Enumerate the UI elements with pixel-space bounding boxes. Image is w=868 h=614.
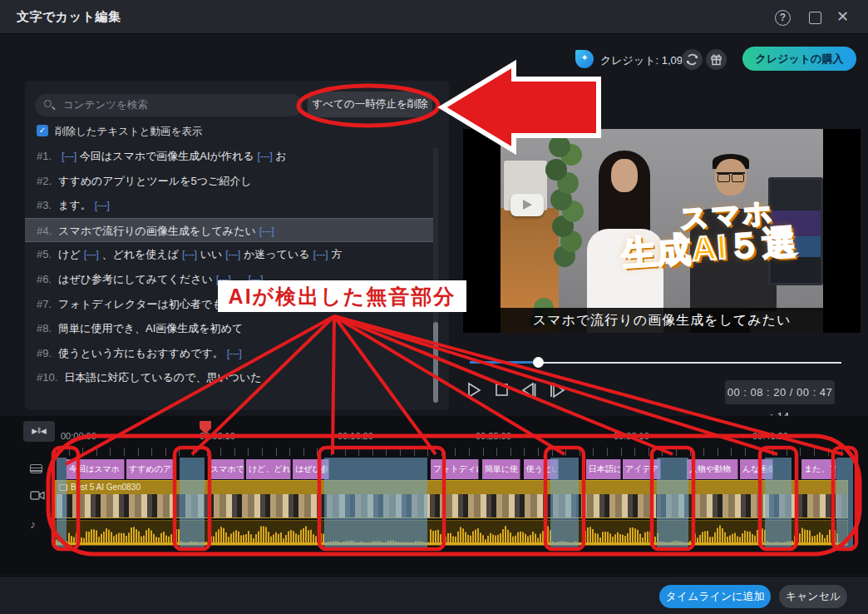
row-text: スマホで流行りの画像生成をしてみたい xyxy=(58,225,256,237)
scrollbar-thumb[interactable] xyxy=(433,322,438,403)
subtitle-clip[interactable]: スマホで流 xyxy=(208,459,244,479)
row-text: 、どれを使えば xyxy=(101,248,179,260)
video-clip[interactable]: Best 5 AI Gen0830 xyxy=(55,480,848,518)
subtitle-clip[interactable]: また、アニ xyxy=(801,459,836,479)
pause-marker[interactable]: [---] xyxy=(227,347,242,359)
stop-button[interactable] xyxy=(494,381,509,399)
cut-edit-dialog: 文字でカット編集 ? ✕ ✦ クレジット: 1,096 クレジットの購入 すべて… xyxy=(0,0,868,614)
show-deleted-checkbox[interactable]: ✓ xyxy=(37,125,48,136)
row-number: #2. xyxy=(37,175,52,187)
pause-marker[interactable]: [---] xyxy=(84,248,99,260)
help-icon[interactable]: ? xyxy=(775,10,791,26)
gift-icon xyxy=(706,49,727,70)
subtitle-clip[interactable]: すすめのア xyxy=(126,459,175,479)
video-scene: スマホ 生成AI５選 スマホで流行りの画像生成をしてみたい xyxy=(501,129,823,333)
row-text: すすめのアプリとツールを5つご紹介し xyxy=(58,175,252,187)
ruler-timestamp: 00:00:00 xyxy=(61,431,96,441)
search-icon xyxy=(44,100,52,107)
credit-balance: クレジット: 1,096 xyxy=(600,53,688,68)
row-number: #6. xyxy=(37,273,52,285)
pause-marker[interactable]: [---] xyxy=(62,150,76,162)
transcript-row[interactable]: #3.ます。[---] xyxy=(25,193,437,218)
transport-controls xyxy=(466,379,565,401)
seek-progress xyxy=(470,361,538,364)
transcript-row[interactable]: #9.使うという方にもおすすめです。[---] xyxy=(25,341,437,366)
transcript-panel: すべての一時停止を削除 ✓ 削除したテキストと動画を表示 #1.[---]今回は… xyxy=(25,81,449,410)
seek-bar[interactable] xyxy=(470,357,841,368)
ruler-timestamp: 00:33:10 xyxy=(614,431,649,441)
close-icon[interactable]: ✕ xyxy=(836,7,849,26)
subtitle-clip[interactable]: けど、どれ xyxy=(246,459,291,479)
transcript-scrollbar[interactable] xyxy=(433,147,438,401)
transcript-row[interactable]: #8.簡単に使用でき、AI画像生成を初めて xyxy=(25,316,437,341)
subtitle-clip[interactable]: 人物や動物 xyxy=(687,459,738,479)
credit-drop-icon: ✦ xyxy=(575,50,594,68)
seek-handle[interactable] xyxy=(533,357,544,368)
transcript-row[interactable]: #2.すすめのアプリとツールを5つご紹介し xyxy=(25,169,437,194)
subtitle-clip[interactable]: 簡単に使 xyxy=(482,459,520,479)
search-box[interactable] xyxy=(35,94,303,116)
audio-clip[interactable] xyxy=(55,520,848,546)
transcript-row[interactable]: #7.フォトディレクターは初心者でもスマホで xyxy=(25,292,437,317)
buy-credits-button[interactable]: クレジットの購入 xyxy=(742,47,856,71)
subtitle-clip[interactable]: フォトディレ xyxy=(431,459,479,479)
silent-region[interactable] xyxy=(657,458,688,547)
subtitle-clip[interactable]: 今回はスマホ xyxy=(67,459,125,479)
subtitle-clip[interactable]: アイデアを xyxy=(623,459,661,479)
row-number: #4. xyxy=(37,225,52,237)
video-preview: スマホ 生成AI５選 スマホで流行りの画像生成をしてみたい xyxy=(463,129,861,333)
row-number: #3. xyxy=(37,199,52,211)
prev-frame-button[interactable] xyxy=(520,381,537,399)
remove-all-pauses-button[interactable]: すべての一時停止を削除 xyxy=(308,92,432,117)
play-button[interactable] xyxy=(466,381,482,399)
gift-button[interactable] xyxy=(706,49,727,70)
pause-marker[interactable]: [---] xyxy=(259,225,274,237)
transcript-list: #1.[---]今回はスマホで画像生成AIが作れる[---]お#2.すすめのアプ… xyxy=(25,144,437,390)
pause-marker[interactable]: [---] xyxy=(95,199,110,211)
pause-marker[interactable]: [---] xyxy=(258,150,273,162)
transcript-row[interactable]: #4.スマホで流行りの画像生成をしてみたい[---] xyxy=(25,218,437,243)
transcript-row[interactable]: #1.[---]今回はスマホで画像生成AIが作れる[---]お xyxy=(25,144,437,169)
row-number: #7. xyxy=(37,298,52,310)
silent-region[interactable] xyxy=(765,458,792,547)
pause-marker[interactable]: [---] xyxy=(182,248,197,260)
audio-track-icon: ♪ xyxy=(30,517,36,531)
row-text: はぜひ参考にしてみてください xyxy=(58,273,213,285)
silent-region[interactable] xyxy=(324,458,427,547)
maximize-icon[interactable] xyxy=(809,12,821,24)
row-number: #1. xyxy=(37,150,52,162)
silent-region[interactable] xyxy=(57,458,67,547)
transcript-row[interactable]: #6.はぜひ参考にしてみてください[---]。[---] xyxy=(25,267,437,292)
transcript-row[interactable]: #5.けど[---]、どれを使えば[---]いい[---]か迷っている[---]… xyxy=(25,242,437,267)
ruler-timestamp: 00:41:20 xyxy=(752,431,788,441)
transcript-row[interactable]: #10.日本語に対応しているので、思いついた xyxy=(25,365,437,390)
subtitle-clip[interactable]: 日本語に xyxy=(586,459,621,479)
cancel-button[interactable]: キャンセル xyxy=(779,585,847,608)
pause-marker[interactable]: [---] xyxy=(216,273,231,285)
row-number: #9. xyxy=(37,347,52,359)
glasses xyxy=(717,172,745,180)
row-text: か迷っている xyxy=(244,248,310,260)
next-frame-button[interactable] xyxy=(549,381,565,399)
add-to-timeline-button[interactable]: タイムラインに追加 xyxy=(659,585,771,608)
silent-region[interactable] xyxy=(180,458,205,547)
pause-marker[interactable]: [---] xyxy=(248,273,263,285)
row-number: #10. xyxy=(37,371,57,384)
search-input[interactable] xyxy=(62,95,294,115)
video-caption: スマホで流行りの画像生成をしてみたい xyxy=(501,308,823,333)
timeline-tracks: 今回はスマホすすめのアスマホで流けど、どれはぜひ参フォトディレ簡単に使使うとい日… xyxy=(55,459,848,546)
silent-region[interactable] xyxy=(836,458,853,547)
show-deleted-label: 削除したテキストと動画を表示 xyxy=(55,125,202,139)
row-text: 簡単に使用でき、AI画像生成を初めて xyxy=(58,322,243,334)
silent-region[interactable] xyxy=(550,458,579,547)
title-bar: 文字でカット編集 ? ✕ xyxy=(0,0,868,34)
refresh-button[interactable] xyxy=(682,49,703,70)
row-text: お xyxy=(275,150,286,162)
woman-face xyxy=(611,159,638,192)
row-text: 。 xyxy=(234,273,244,285)
pause-marker[interactable]: [---] xyxy=(313,248,328,260)
pause-marker[interactable]: [---] xyxy=(225,248,240,260)
refresh-icon xyxy=(682,49,703,70)
timeline-ruler[interactable]: 00:00:0000:08:1000:16:2000:25:0000:33:10… xyxy=(0,428,868,456)
row-text: 使うという方にもおすすめです。 xyxy=(58,347,224,359)
